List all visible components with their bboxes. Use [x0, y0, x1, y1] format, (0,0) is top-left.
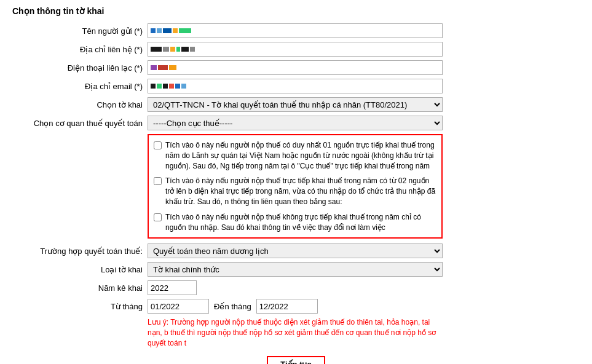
select-declaration-row: Chọn tờ khai 02/QTT-TNCN - Tờ khai quyết… — [12, 97, 580, 112]
select-tax-authority-dropdown[interactable]: -----Chọn cục thuế----- — [148, 116, 443, 130]
year-row: Năm kê khai — [12, 280, 580, 295]
year-field-wrapper — [148, 280, 443, 295]
declaration-type-row: Loại tờ khai Tờ khai chính thức — [12, 262, 580, 277]
checkbox-row-3: Tích vào ô này nếu người nộp thuế không … — [154, 212, 436, 233]
checkbox-2-text: Tích vào ô này nếu người nộp thuế trực t… — [165, 176, 436, 207]
email-row: Địa chỉ email (*) — [12, 79, 580, 93]
address-label: Địa chỉ liên hệ (*) — [12, 45, 148, 54]
checkbox-1[interactable] — [154, 141, 162, 149]
button-area: Tiếp tục — [12, 356, 580, 364]
year-field[interactable] — [148, 280, 197, 295]
checkbox-row-1: Tích vào ô này nếu người nộp thuế có duy… — [154, 140, 436, 171]
declaration-type-label: Loại tờ khai — [12, 265, 148, 274]
note-text: Lưu ý: Trường hợp người nộp thuế thuộc d… — [148, 317, 443, 348]
form-section: Tên người gửi (*) Địa chỉ liên hệ (*) — [12, 23, 580, 364]
to-month-label: Đến tháng — [214, 302, 251, 311]
phone-row: Điện thoại liên lạc (*) — [12, 60, 580, 75]
checkbox-section: Tích vào ô này nếu người nộp thuế có duy… — [148, 134, 443, 239]
sender-name-field[interactable] — [148, 23, 443, 38]
year-label: Năm kê khai — [12, 283, 148, 293]
email-field[interactable] — [148, 79, 443, 93]
month-range-wrapper: Đến tháng — [148, 299, 443, 314]
select-declaration-label: Chọn tờ khai — [12, 100, 148, 109]
page-title: Chọn thông tin tờ khai — [12, 6, 580, 16]
email-field-wrapper — [148, 79, 443, 93]
month-range-row: Từ tháng Đến tháng — [12, 299, 580, 314]
select-declaration-dropdown[interactable]: 02/QTT-TNCN - Tờ khai quyết toán thuế th… — [148, 97, 443, 112]
to-month-field[interactable] — [256, 299, 318, 314]
settlement-case-wrapper: Quyết toán theo năm dương lịch — [148, 243, 443, 258]
sender-name-row: Tên người gửi (*) — [12, 23, 580, 38]
settlement-case-dropdown[interactable]: Quyết toán theo năm dương lịch — [148, 243, 443, 258]
sender-name-label: Tên người gửi (*) — [12, 26, 148, 36]
declaration-type-wrapper: Tờ khai chính thức — [148, 262, 443, 277]
checkbox-3[interactable] — [154, 213, 162, 221]
settlement-case-label: Trường hợp quyết toán thuế: — [12, 247, 148, 256]
phone-field-wrapper — [148, 60, 443, 75]
phone-label: Điện thoại liên lạc (*) — [12, 63, 148, 73]
address-field-wrapper — [148, 42, 443, 57]
phone-field[interactable] — [148, 60, 443, 75]
inline-fields: Đến tháng — [148, 299, 443, 314]
select-tax-authority-row: Chọn cơ quan thuế quyết toán -----Chọn c… — [12, 116, 580, 130]
address-field[interactable] — [148, 42, 443, 57]
from-month-field[interactable] — [148, 299, 209, 314]
select-declaration-wrapper: 02/QTT-TNCN - Tờ khai quyết toán thuế th… — [148, 97, 443, 112]
checkbox-row-2: Tích vào ô này nếu người nộp thuế trực t… — [154, 176, 436, 207]
select-tax-authority-wrapper: -----Chọn cục thuế----- — [148, 116, 443, 130]
sender-name-field-wrapper — [148, 23, 443, 38]
declaration-type-dropdown[interactable]: Tờ khai chính thức — [148, 262, 443, 277]
continue-button[interactable]: Tiếp tục — [267, 356, 325, 364]
email-label: Địa chỉ email (*) — [12, 82, 148, 91]
checkbox-2[interactable] — [154, 177, 162, 185]
select-tax-authority-label: Chọn cơ quan thuế quyết toán — [12, 119, 148, 128]
checkbox-3-text: Tích vào ô này nếu người nộp thuế không … — [165, 212, 436, 233]
checkbox-1-text: Tích vào ô này nếu người nộp thuế có duy… — [165, 140, 436, 171]
settlement-case-row: Trường hợp quyết toán thuế: Quyết toán t… — [12, 243, 580, 258]
from-month-label: Từ tháng — [12, 302, 148, 311]
address-row: Địa chỉ liên hệ (*) — [12, 42, 580, 57]
